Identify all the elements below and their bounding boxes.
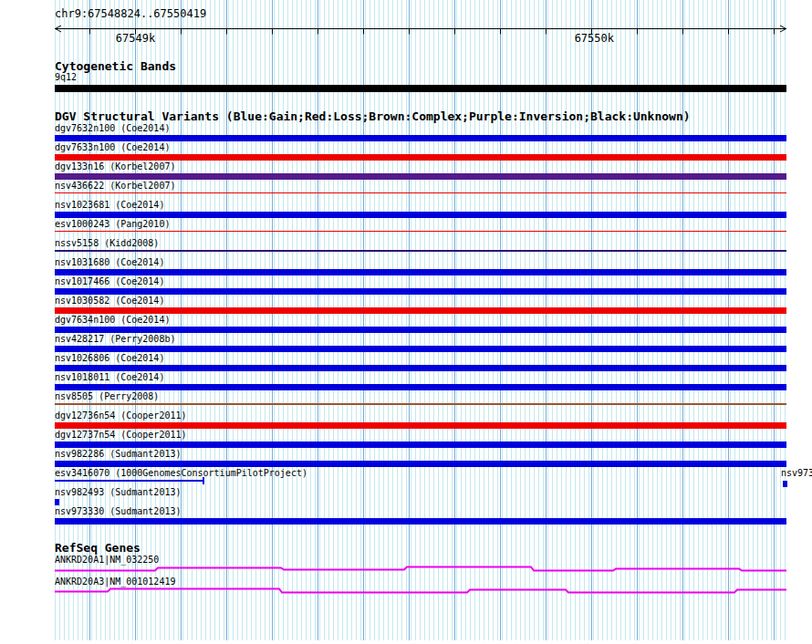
- dgv-variant-label[interactable]: nsv982286 (Sudmant2013): [55, 449, 181, 459]
- dgv-variant-label[interactable]: nsv436622 (Korbel2007): [55, 181, 175, 191]
- dgv-variant-label[interactable]: dgv12736n54 (Cooper2011): [55, 410, 187, 421]
- grid-major-line: [500, 0, 501, 640]
- cytoband-label[interactable]: 9q12: [55, 72, 77, 82]
- track-title-cytogenetic-bands: Cytogenetic Bands: [55, 60, 176, 73]
- grid-major-line: [226, 0, 227, 640]
- track-title-dgv-structural-variants: DGV Structural Variants (Blue:Gain;Red:L…: [55, 110, 691, 123]
- grid-major-line: [181, 0, 182, 640]
- dgv-variant-label-clipped[interactable]: nsv973: [781, 468, 812, 478]
- dgv-variant-label[interactable]: dgv7634n100 (Coe2014): [55, 315, 170, 325]
- dgv-variant-bar[interactable]: [55, 346, 786, 352]
- refseq-gene-label[interactable]: ANKRD20A3|NM_001012419: [55, 576, 175, 587]
- grid-major-line: [546, 0, 547, 640]
- dgv-variant-label[interactable]: nsv1031680 (Coe2014): [55, 257, 164, 267]
- dgv-variant-bar[interactable]: [55, 154, 786, 161]
- dgv-variant-label[interactable]: nsv8505 (Perry2008): [55, 391, 159, 401]
- dgv-variant-label[interactable]: nssv5158 (Kidd2008): [55, 238, 159, 248]
- grid-major-line: [774, 0, 775, 640]
- dgv-variant-label[interactable]: dgv7633n100 (Coe2014): [55, 142, 170, 152]
- dgv-variant-label[interactable]: nsv1017466 (Coe2014): [55, 276, 164, 286]
- dgv-variant-point[interactable]: [783, 481, 787, 487]
- dgv-variant-bar[interactable]: [55, 461, 786, 467]
- grid-major-line: [454, 0, 455, 640]
- dgv-variant-line[interactable]: [55, 403, 786, 405]
- dgv-variant-bar[interactable]: [55, 441, 786, 448]
- dgv-variant-line[interactable]: [55, 250, 786, 252]
- refseq-gene-label[interactable]: ANKRD20A1|NM_032250: [55, 555, 159, 565]
- dgv-variant-label[interactable]: esv1000243 (Pang2010): [55, 219, 170, 229]
- dgv-variant-bar[interactable]: [55, 307, 786, 314]
- cytoband-bar[interactable]: [55, 85, 786, 92]
- dgv-variant-label[interactable]: esv3416070 (1000GenomesConsortiumPilotPr…: [55, 468, 307, 478]
- grid-major-line: [682, 0, 683, 640]
- dgv-variant-point[interactable]: [55, 499, 59, 505]
- dgv-variant-bar[interactable]: [55, 269, 786, 275]
- grid-major-line: [591, 0, 592, 640]
- track-title-refseq-genes: RefSeq Genes: [55, 542, 141, 555]
- dgv-variant-label[interactable]: nsv1026806 (Coe2014): [55, 353, 164, 363]
- dgv-variant-label[interactable]: dgv12737n54 (Cooper2011): [55, 430, 187, 440]
- dgv-variant-label[interactable]: nsv1023681 (Coe2014): [55, 200, 164, 210]
- dgv-variant-segment[interactable]: [55, 480, 204, 482]
- dgv-variant-bar[interactable]: [55, 135, 786, 141]
- dgv-variant-line[interactable]: [55, 192, 786, 193]
- dgv-variant-bar[interactable]: [55, 288, 786, 295]
- ruler-tick-label: 67549k: [116, 33, 155, 45]
- grid-major-line: [728, 0, 729, 640]
- dgv-variant-bar[interactable]: [55, 422, 786, 429]
- dgv-variant-label[interactable]: nsv1018011 (Coe2014): [55, 372, 164, 382]
- dgv-variant-bar[interactable]: [55, 365, 786, 371]
- genome-browser-panel: chr9:67548824..67550419 67549k67550k Cyt…: [0, 0, 812, 644]
- dgv-variant-bar[interactable]: [55, 173, 786, 180]
- grid-major-line: [318, 0, 318, 640]
- dgv-variant-label[interactable]: nsv973330 (Sudmant2013): [55, 506, 181, 516]
- dgv-variant-segment-end-tick[interactable]: [203, 477, 204, 484]
- refseq-gene-line[interactable]: [55, 566, 786, 575]
- dgv-variant-label[interactable]: nsv1030582 (Coe2014): [55, 296, 164, 306]
- dgv-variant-label[interactable]: nsv982493 (Sudmant2013): [55, 487, 181, 497]
- grid-major-line: [363, 0, 364, 640]
- grid-major-line: [272, 0, 273, 640]
- grid-major-line: [637, 0, 638, 640]
- ruler-tick-label: 67550k: [575, 33, 614, 45]
- dgv-variant-label[interactable]: dgv7632n100 (Coe2014): [55, 123, 170, 133]
- dgv-variant-bar[interactable]: [55, 212, 786, 218]
- dgv-variant-bar[interactable]: [55, 518, 786, 525]
- dgv-variant-label[interactable]: dgv133n16 (Korbel2007): [55, 161, 175, 171]
- refseq-gene-line[interactable]: [55, 587, 786, 597]
- grid-major-line: [409, 0, 410, 640]
- dgv-variant-line[interactable]: [55, 231, 786, 232]
- dgv-variant-bar[interactable]: [55, 384, 786, 390]
- dgv-variant-label[interactable]: nsv428217 (Perry2008b): [55, 334, 175, 344]
- dgv-variant-bar[interactable]: [55, 327, 786, 333]
